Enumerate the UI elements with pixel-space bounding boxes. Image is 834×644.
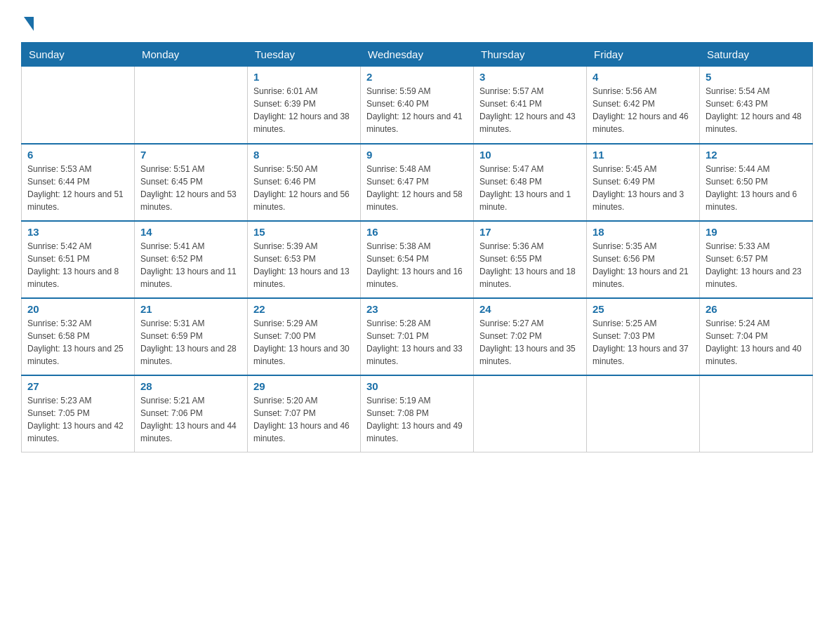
day-number: 19 [706,226,807,238]
calendar-week-3: 13Sunrise: 5:42 AMSunset: 6:51 PMDayligh… [22,221,813,298]
calendar-cell: 21Sunrise: 5:31 AMSunset: 6:59 PMDayligh… [135,298,248,375]
calendar-cell: 5Sunrise: 5:54 AMSunset: 6:43 PMDaylight… [700,67,813,144]
calendar-cell [700,375,813,452]
day-info: Sunrise: 5:48 AMSunset: 6:47 PMDaylight:… [366,163,468,213]
day-header-tuesday: Tuesday [248,43,361,67]
day-number: 29 [253,380,355,392]
day-number: 15 [253,226,355,238]
day-number: 12 [706,149,807,161]
day-info: Sunrise: 5:31 AMSunset: 6:59 PMDaylight:… [140,317,241,368]
calendar-cell: 10Sunrise: 5:47 AMSunset: 6:48 PMDayligh… [474,144,587,221]
day-number: 17 [479,226,581,238]
day-info: Sunrise: 5:41 AMSunset: 6:52 PMDaylight:… [140,240,241,290]
day-info: Sunrise: 5:54 AMSunset: 6:43 PMDaylight:… [706,85,807,135]
day-info: Sunrise: 5:35 AMSunset: 6:56 PMDaylight:… [593,240,694,290]
day-number: 20 [27,303,128,315]
day-number: 30 [366,380,468,392]
calendar-cell: 14Sunrise: 5:41 AMSunset: 6:52 PMDayligh… [135,221,248,298]
day-number: 10 [479,149,581,161]
day-number: 25 [593,303,694,315]
day-number: 18 [593,226,694,238]
day-header-monday: Monday [135,43,248,67]
day-info: Sunrise: 5:29 AMSunset: 7:00 PMDaylight:… [253,317,355,368]
calendar-cell [587,375,700,452]
calendar-cell: 26Sunrise: 5:24 AMSunset: 7:04 PMDayligh… [700,298,813,375]
day-header-sunday: Sunday [22,43,135,67]
calendar-cell [22,67,135,144]
day-info: Sunrise: 5:36 AMSunset: 6:55 PMDaylight:… [479,240,581,290]
day-info: Sunrise: 5:33 AMSunset: 6:57 PMDaylight:… [706,240,807,290]
calendar-cell: 8Sunrise: 5:50 AMSunset: 6:46 PMDaylight… [248,144,361,221]
day-number: 2 [366,71,468,83]
day-number: 9 [366,149,468,161]
day-number: 23 [366,303,468,315]
calendar-cell: 6Sunrise: 5:53 AMSunset: 6:44 PMDaylight… [22,144,135,221]
day-header-thursday: Thursday [474,43,587,67]
day-info: Sunrise: 5:59 AMSunset: 6:40 PMDaylight:… [366,85,468,135]
calendar-cell: 12Sunrise: 5:44 AMSunset: 6:50 PMDayligh… [700,144,813,221]
calendar-cell: 7Sunrise: 5:51 AMSunset: 6:45 PMDaylight… [135,144,248,221]
day-info: Sunrise: 5:57 AMSunset: 6:41 PMDaylight:… [479,85,581,135]
calendar-cell: 4Sunrise: 5:56 AMSunset: 6:42 PMDaylight… [587,67,700,144]
day-info: Sunrise: 5:24 AMSunset: 7:04 PMDaylight:… [706,317,807,368]
day-number: 13 [27,226,128,238]
calendar-cell: 11Sunrise: 5:45 AMSunset: 6:49 PMDayligh… [587,144,700,221]
calendar-week-4: 20Sunrise: 5:32 AMSunset: 6:58 PMDayligh… [22,298,813,375]
day-info: Sunrise: 6:01 AMSunset: 6:39 PMDaylight:… [253,85,355,135]
calendar-cell: 22Sunrise: 5:29 AMSunset: 7:00 PMDayligh… [248,298,361,375]
day-number: 6 [27,149,128,161]
day-number: 4 [593,71,694,83]
calendar-cell: 1Sunrise: 6:01 AMSunset: 6:39 PMDaylight… [248,67,361,144]
day-info: Sunrise: 5:50 AMSunset: 6:46 PMDaylight:… [253,163,355,213]
calendar-week-2: 6Sunrise: 5:53 AMSunset: 6:44 PMDaylight… [22,144,813,221]
calendar-cell: 24Sunrise: 5:27 AMSunset: 7:02 PMDayligh… [474,298,587,375]
day-info: Sunrise: 5:23 AMSunset: 7:05 PMDaylight:… [27,394,128,445]
calendar-cell: 30Sunrise: 5:19 AMSunset: 7:08 PMDayligh… [361,375,474,452]
day-number: 21 [140,303,241,315]
day-number: 11 [593,149,694,161]
calendar-cell: 9Sunrise: 5:48 AMSunset: 6:47 PMDaylight… [361,144,474,221]
day-info: Sunrise: 5:44 AMSunset: 6:50 PMDaylight:… [706,163,807,213]
day-number: 7 [140,149,241,161]
calendar-cell: 2Sunrise: 5:59 AMSunset: 6:40 PMDaylight… [361,67,474,144]
day-number: 27 [27,380,128,392]
calendar-cell [474,375,587,452]
day-header-saturday: Saturday [700,43,813,67]
day-number: 1 [253,71,355,83]
day-number: 28 [140,380,241,392]
calendar-cell: 15Sunrise: 5:39 AMSunset: 6:53 PMDayligh… [248,221,361,298]
day-info: Sunrise: 5:19 AMSunset: 7:08 PMDaylight:… [366,394,468,445]
page-header [21,14,813,28]
calendar-cell: 18Sunrise: 5:35 AMSunset: 6:56 PMDayligh… [587,221,700,298]
day-info: Sunrise: 5:27 AMSunset: 7:02 PMDaylight:… [479,317,581,368]
calendar-cell: 17Sunrise: 5:36 AMSunset: 6:55 PMDayligh… [474,221,587,298]
calendar-cell: 3Sunrise: 5:57 AMSunset: 6:41 PMDaylight… [474,67,587,144]
day-info: Sunrise: 5:42 AMSunset: 6:51 PMDaylight:… [27,240,128,290]
calendar-cell: 29Sunrise: 5:20 AMSunset: 7:07 PMDayligh… [248,375,361,452]
calendar-table: SundayMondayTuesdayWednesdayThursdayFrid… [21,42,813,452]
calendar-cell: 23Sunrise: 5:28 AMSunset: 7:01 PMDayligh… [361,298,474,375]
day-info: Sunrise: 5:21 AMSunset: 7:06 PMDaylight:… [140,394,241,445]
calendar-cell: 27Sunrise: 5:23 AMSunset: 7:05 PMDayligh… [22,375,135,452]
day-header-friday: Friday [587,43,700,67]
day-number: 24 [479,303,581,315]
day-number: 16 [366,226,468,238]
day-info: Sunrise: 5:47 AMSunset: 6:48 PMDaylight:… [479,163,581,213]
calendar-cell [135,67,248,144]
calendar-cell: 20Sunrise: 5:32 AMSunset: 6:58 PMDayligh… [22,298,135,375]
logo [21,14,34,28]
day-number: 5 [706,71,807,83]
calendar-header: SundayMondayTuesdayWednesdayThursdayFrid… [22,43,813,67]
day-number: 14 [140,226,241,238]
day-number: 3 [479,71,581,83]
logo-triangle-icon [24,17,34,31]
day-header-wednesday: Wednesday [361,43,474,67]
day-info: Sunrise: 5:38 AMSunset: 6:54 PMDaylight:… [366,240,468,290]
day-number: 26 [706,303,807,315]
day-info: Sunrise: 5:25 AMSunset: 7:03 PMDaylight:… [593,317,694,368]
day-info: Sunrise: 5:45 AMSunset: 6:49 PMDaylight:… [593,163,694,213]
day-info: Sunrise: 5:53 AMSunset: 6:44 PMDaylight:… [27,163,128,213]
calendar-cell: 13Sunrise: 5:42 AMSunset: 6:51 PMDayligh… [22,221,135,298]
day-info: Sunrise: 5:39 AMSunset: 6:53 PMDaylight:… [253,240,355,290]
day-info: Sunrise: 5:32 AMSunset: 6:58 PMDaylight:… [27,317,128,368]
